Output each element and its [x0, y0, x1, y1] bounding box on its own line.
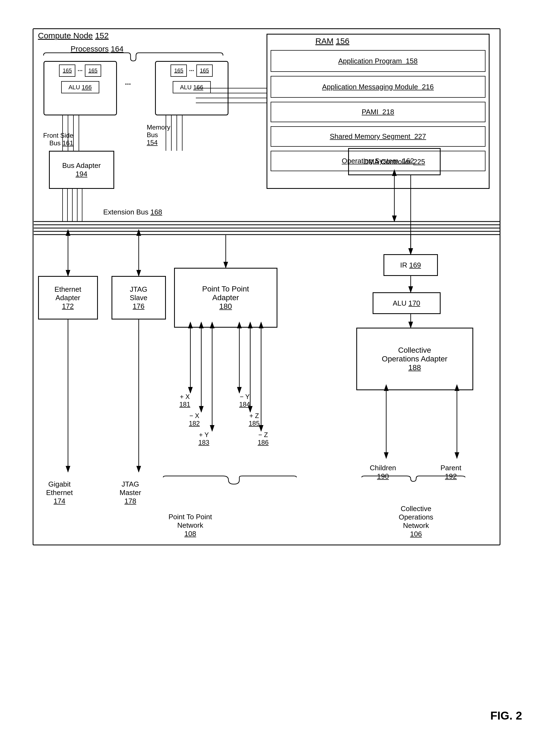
ptp-adapter-box: Point To PointAdapter180	[174, 268, 277, 328]
ptp-network-label: Point To PointNetwork108	[168, 513, 212, 538]
processors-text: Processors	[71, 45, 109, 53]
proc-row-right-top: 165 ··· 165	[171, 64, 213, 77]
ram-text: RAM	[316, 37, 334, 45]
ram-pami-box: PAMI 218	[271, 102, 485, 122]
plus-y-label: + Y183	[199, 431, 209, 446]
compute-node-text: Compute Node	[38, 31, 93, 40]
coa-brace-svg	[359, 474, 468, 497]
proc-dots-1: ···	[78, 67, 82, 74]
ethernet-adapter-box: EthernetAdapter172	[38, 276, 98, 319]
page: Compute Node 152 RAM 156 Application Pro…	[0, 0, 560, 756]
coa-box: CollectiveOperations Adapter188	[356, 328, 473, 390]
alu-box-left: ALU 166	[61, 81, 99, 93]
collective-ops-network-label: CollectiveOperationsNetwork106	[362, 505, 471, 538]
ram-shared-memory-box: Shared Memory Segment 227	[271, 126, 485, 147]
ram-shared-memory-text: Shared Memory Segment 227	[329, 132, 426, 141]
alu-box-right: ALU 166	[173, 81, 211, 93]
minus-x-label: − X182	[189, 412, 200, 427]
proc-box-165-2: 165	[85, 64, 101, 77]
minus-y-label: − Y184	[239, 393, 250, 408]
compute-node-id: 152	[95, 31, 109, 40]
processors-label: Processors 164	[71, 45, 124, 53]
ram-pami-text: PAMI 218	[362, 108, 394, 116]
jtag-master-label: JTAGMaster178	[120, 480, 141, 505]
ram-label: RAM 156	[316, 37, 349, 46]
diagram-container: Compute Node 152 RAM 156 Application Pro…	[22, 17, 539, 739]
jtag-slave-box: JTAGSlave176	[112, 276, 166, 319]
processor-group-right: 165 ··· 165 ALU 166	[155, 61, 228, 115]
processor-group-left: 165 ··· 165 ALU 166	[43, 61, 117, 115]
proc-dots-2: ···	[189, 67, 194, 74]
bus-adapter-box: Bus Adapter194	[49, 151, 114, 189]
proc-box-165-3: 165	[171, 64, 187, 77]
dma-controller-box: DMA Controller 225	[348, 148, 441, 175]
ir-box: IR 169	[383, 254, 438, 276]
ram-app-program-text: Application Program 158	[338, 57, 418, 65]
ptp-brace-svg	[158, 474, 299, 507]
extension-bus-label: Extension Bus 168	[103, 208, 162, 216]
ram-app-messaging-text: Application Messaging Module 216	[322, 83, 434, 91]
minus-z-label: − Z186	[258, 431, 269, 446]
processors-id: 164	[111, 45, 123, 53]
gigabit-ethernet-label: GigabitEthernet174	[46, 480, 73, 505]
ram-id: 156	[336, 37, 349, 45]
plus-z-label: + Z185	[249, 412, 260, 427]
proc-row-left-top: 165 ··· 165	[59, 64, 101, 77]
ram-app-messaging-box: Application Messaging Module 216	[271, 76, 485, 98]
fig-label: FIG. 2	[491, 709, 522, 722]
plus-x-label: + X181	[180, 393, 191, 408]
memory-bus-label: MemoryBus154	[147, 123, 171, 147]
alu170-box: ALU 170	[373, 292, 441, 314]
processor-middle-dots: ···	[125, 80, 131, 89]
compute-node-label: Compute Node 152	[38, 31, 109, 40]
front-side-bus-label: Front SideBus 161	[38, 132, 74, 147]
proc-box-165-1: 165	[59, 64, 75, 77]
proc-box-165-4: 165	[196, 64, 213, 77]
ram-app-program-box: Application Program 158	[271, 50, 485, 72]
